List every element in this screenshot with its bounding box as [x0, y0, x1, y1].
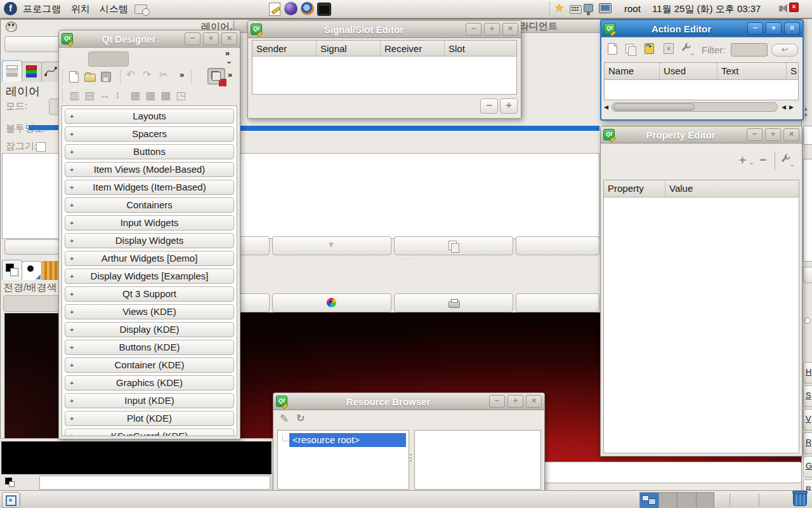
cut-icon[interactable]: ✂ [159, 69, 167, 81]
channel-button-r[interactable]: R [803, 432, 812, 454]
configure-dropdown-icon[interactable]: ⌄ [789, 160, 795, 168]
save-form-icon[interactable] [101, 72, 111, 82]
connections-table[interactable]: Sender Signal Receiver Slot [252, 40, 517, 95]
layout-horizontal-icon[interactable]: ▤ [84, 89, 95, 102]
workspace-4[interactable] [696, 493, 714, 508]
undo-icon[interactable]: ↶ [126, 69, 134, 81]
menu-places[interactable]: 위치 [71, 3, 90, 15]
category-display-kde[interactable]: +Display (KDE) [65, 322, 234, 337]
category-ksysguard-kde[interactable]: +KSysGuard (KDE) [65, 429, 234, 436]
minimize-button[interactable]: − [489, 395, 505, 408]
editor-button[interactable] [235, 293, 270, 312]
channel-button-s[interactable]: S [803, 385, 812, 407]
column-signal[interactable]: Signal [316, 41, 380, 56]
column-text[interactable]: Text [717, 63, 786, 79]
category-containers[interactable]: +Containers [65, 197, 234, 213]
channel-button-h[interactable]: H [803, 362, 812, 384]
color-wheel-button[interactable] [272, 293, 391, 312]
actions-table[interactable]: Name Used Text S [604, 62, 799, 100]
scroll-left-icon[interactable]: ◂ [604, 102, 608, 112]
category-spacers[interactable]: +Spacers [65, 126, 234, 142]
configure-icon[interactable] [782, 156, 788, 162]
duplicate-gradient-button[interactable]: ▼ [272, 236, 391, 255]
menu-system[interactable]: 시스템 [100, 3, 128, 15]
copy-gradient-button[interactable] [394, 236, 513, 255]
edit-resources-icon[interactable]: ✎ [280, 412, 289, 425]
sliver-box[interactable] [803, 267, 812, 283]
panel-username[interactable]: root [624, 3, 641, 14]
channel-button-v[interactable]: V [803, 409, 812, 431]
close-button[interactable]: × [784, 22, 800, 35]
editor-button[interactable] [516, 293, 599, 312]
menubar-overflow-down-icon[interactable]: ⌄ [226, 57, 232, 65]
toolbar-overflow-icon[interactable]: » [180, 70, 184, 79]
minimize-button[interactable]: − [747, 128, 763, 141]
toolbar-overflow-icon[interactable]: » [228, 70, 232, 79]
signal-slot-titlebar[interactable]: Qt Signal/Slot Editor − + × [248, 21, 521, 38]
pane-handle-dots[interactable]: ··· [400, 253, 412, 263]
menu-applications[interactable]: 프로그램 [23, 3, 61, 15]
edit-action-icon[interactable]: ↷ [645, 43, 654, 54]
qt-designer-titlebar[interactable]: Qt Qt Designer − + × [59, 30, 240, 48]
show-desktop-button[interactable] [2, 492, 20, 508]
workspace-2[interactable] [658, 493, 678, 508]
close-button[interactable]: × [221, 32, 237, 45]
gradients-selected-row[interactable] [235, 126, 599, 131]
column-receiver[interactable]: Receiver [380, 41, 444, 56]
canvas-black-area[interactable] [1, 441, 272, 474]
column-shortcut[interactable]: S [786, 63, 798, 79]
tab-layers[interactable] [2, 60, 22, 82]
column-slot[interactable]: Slot [444, 41, 516, 56]
category-buttons-kde[interactable]: +Buttons (KDE) [65, 340, 234, 355]
firefox-launcher-icon[interactable] [301, 2, 314, 15]
gradients-button[interactable] [516, 236, 599, 255]
spin-down-icon[interactable]: ▾ [804, 112, 808, 118]
category-graphics-kde[interactable]: +Graphics (KDE) [65, 375, 234, 391]
remove-dynamic-property-icon[interactable]: − [759, 153, 766, 167]
layout-grid-icon[interactable]: ▦ [130, 89, 140, 102]
action-editor-titlebar[interactable]: Qt Action Editor − + × [601, 20, 802, 37]
category-plot-kde[interactable]: +Plot (KDE) [65, 411, 234, 426]
terminal-launcher-icon[interactable] [317, 3, 331, 16]
minimize-button[interactable]: − [466, 23, 481, 36]
workspace-1-active[interactable] [640, 493, 658, 508]
sliver-color-area[interactable] [803, 159, 812, 262]
workspace-3[interactable] [677, 493, 696, 508]
sliver-field[interactable] [803, 126, 812, 145]
reload-icon[interactable]: ↻ [296, 412, 304, 424]
layers-action-button[interactable] [4, 239, 59, 255]
keyboard-applet-icon[interactable] [570, 5, 582, 14]
break-layout-icon[interactable]: ▩ [160, 89, 171, 102]
category-item-widgets[interactable]: +Item Widgets (Item-Based) [65, 180, 234, 195]
close-button[interactable]: × [783, 128, 799, 141]
add-connection-button[interactable]: + [500, 98, 518, 114]
hscrollbar-track[interactable] [612, 102, 778, 112]
resource-root-item[interactable]: <resource root> [289, 433, 406, 447]
copy-action-icon[interactable] [625, 44, 634, 53]
resource-browser-titlebar[interactable]: Qt Resource Browser − + × [273, 393, 544, 410]
category-qt3-support[interactable]: +Qt 3 Support [65, 286, 234, 302]
adjust-size-icon[interactable]: ◳ [176, 89, 186, 102]
panel-clock[interactable]: 11월 25일 (화) 오후 03:37 [652, 3, 761, 15]
configure-dropdown-icon[interactable]: ⌄ [690, 49, 695, 57]
mail-notifier-icon[interactable] [134, 4, 147, 14]
column-sender[interactable]: Sender [252, 41, 316, 56]
category-buttons[interactable]: +Buttons [65, 144, 234, 159]
tab-brushes[interactable] [22, 261, 42, 280]
tab-channels[interactable] [22, 62, 42, 82]
new-action-icon[interactable] [608, 43, 617, 55]
maximize-button[interactable]: + [203, 32, 219, 45]
delete-action-icon[interactable]: × [664, 43, 674, 54]
star-applet-icon[interactable]: ★ [554, 1, 564, 15]
trash-icon[interactable] [793, 493, 807, 506]
scroll-right-icon[interactable]: ▸ [789, 102, 794, 112]
minimize-button[interactable]: − [747, 22, 763, 35]
category-container-kde[interactable]: +Container (KDE) [65, 358, 234, 373]
minimize-button[interactable]: − [185, 32, 200, 45]
hscrollbar-thumb[interactable] [613, 104, 695, 110]
print-button[interactable] [394, 293, 513, 312]
monitor-applet-icon[interactable] [599, 3, 612, 13]
canvas-status-field[interactable] [39, 476, 270, 490]
property-editor-titlebar[interactable]: Qt Property Editor − + × [601, 126, 802, 144]
category-layouts[interactable]: +Layouts [65, 109, 234, 124]
